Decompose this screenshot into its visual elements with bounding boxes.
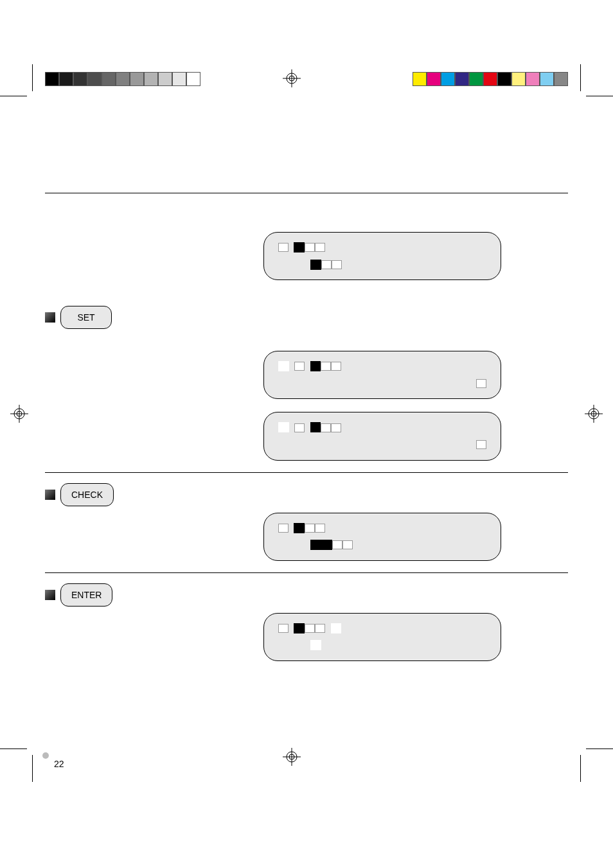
registration-mark-icon: [585, 405, 603, 423]
page-dot-icon: [42, 752, 49, 759]
crop-mark: [580, 64, 581, 91]
crop-mark: [586, 96, 613, 96]
registration-mark-icon: [10, 405, 28, 423]
bullet-icon: [45, 590, 55, 600]
set-button[interactable]: SET: [60, 306, 112, 329]
check-button[interactable]: CHECK: [60, 483, 114, 506]
crop-mark: [0, 748, 27, 749]
grayscale-calibration-bar: [45, 72, 200, 86]
crop-mark: [586, 748, 613, 749]
horizontal-rule: [45, 572, 568, 573]
crop-mark: [0, 96, 27, 96]
registration-mark-icon: [283, 69, 301, 87]
horizontal-rule: [45, 472, 568, 473]
enter-button[interactable]: ENTER: [60, 583, 112, 607]
crop-mark: [580, 755, 581, 782]
lcd-display-3: [263, 412, 501, 460]
lcd-display-4: [263, 513, 501, 561]
bullet-icon: [45, 312, 55, 323]
lcd-display-1: [263, 232, 501, 280]
page-number: 22: [54, 759, 64, 769]
lcd-display-5: [263, 613, 501, 661]
horizontal-rule: [45, 193, 568, 193]
color-calibration-bar: [413, 72, 568, 86]
bullet-icon: [45, 490, 55, 500]
crop-mark: [32, 64, 33, 91]
crop-mark: [32, 755, 33, 782]
lcd-display-2: [263, 351, 501, 399]
